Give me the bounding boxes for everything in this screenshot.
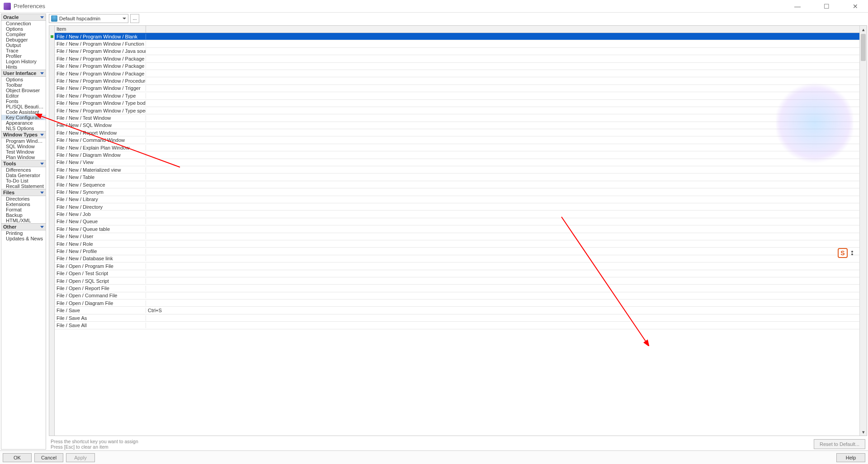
sidebar-item[interactable]: Object Browser	[1, 88, 46, 93]
preset-more-button[interactable]: ...	[130, 14, 139, 23]
table-row[interactable]: File / New / View	[55, 159, 859, 166]
table-row[interactable]: File / New / Program Window / Type body	[55, 100, 859, 107]
sidebar-group-header[interactable]: User Interface	[1, 70, 46, 77]
table-row[interactable]: File / New / Directory	[55, 203, 859, 211]
table-row[interactable]: File / New / Library	[55, 196, 859, 203]
sidebar-item[interactable]: Output	[1, 42, 46, 48]
column-header-item[interactable]: Item	[55, 26, 146, 33]
cell-item: File / Open / Command File	[55, 293, 146, 298]
sidebar-item[interactable]: Plan Window	[1, 155, 46, 160]
sidebar-item[interactable]: Editor	[1, 93, 46, 98]
table-row[interactable]: File / Open / Test Script	[55, 270, 859, 277]
table-row[interactable]: File / New / Diagram Window	[55, 151, 859, 159]
sidebar-group-header[interactable]: Files	[1, 189, 46, 196]
ok-button[interactable]: OK	[3, 453, 32, 462]
table-row[interactable]: File / New / Program Window / Function	[55, 40, 859, 47]
sidebar-item[interactable]: Format	[1, 207, 46, 212]
table-row[interactable]: File / New / Database link	[55, 255, 859, 262]
table-row[interactable]: File / New / Command Window	[55, 136, 859, 144]
sidebar-item[interactable]: Fonts	[1, 98, 46, 104]
table-row[interactable]: File / New / Program Window / Type speci…	[55, 107, 859, 114]
vertical-scrollbar[interactable]: ▴ ▾	[859, 26, 867, 436]
database-icon	[51, 15, 57, 22]
table-row[interactable]: File / New / Table	[55, 173, 859, 181]
close-button[interactable]: ✕	[846, 3, 864, 10]
table-row[interactable]: File / New / Queue	[55, 218, 859, 225]
table-row[interactable]: File / SaveCtrl+S	[55, 307, 859, 314]
table-row[interactable]: File / New / Program Window / Type	[55, 92, 859, 99]
table-row[interactable]: File / Save As	[55, 314, 859, 322]
sidebar-item[interactable]: Data Generator	[1, 173, 46, 178]
table-row[interactable]: File / New / Program Window / Blank	[55, 33, 859, 40]
reset-to-default-button[interactable]: Reset to Default...	[814, 439, 865, 449]
sidebar-item[interactable]: Printing	[1, 230, 46, 236]
table-row[interactable]: File / New / SQL Window	[55, 122, 859, 129]
sidebar-item[interactable]: Backup	[1, 212, 46, 218]
table-row[interactable]: File / New / Program Window / Java sourc…	[55, 48, 859, 55]
sidebar-item[interactable]: Key Configuration	[1, 115, 46, 120]
apply-button[interactable]: Apply	[66, 453, 95, 462]
table-row[interactable]: File / New / Profile	[55, 248, 859, 255]
minimize-button[interactable]: —	[788, 3, 807, 10]
table-row[interactable]: File / New / User	[55, 233, 859, 240]
table-row[interactable]: File / Open / Command File	[55, 292, 859, 300]
sidebar-item[interactable]: Connection	[1, 21, 46, 26]
sidebar-group-header[interactable]: Window Types	[1, 131, 46, 138]
sidebar-item[interactable]: SQL Window	[1, 144, 46, 149]
sidebar-item[interactable]: Options	[1, 77, 46, 82]
table-row[interactable]: File / New / Program Window / Package sp…	[55, 70, 859, 77]
sidebar-item[interactable]: Test Window	[1, 149, 46, 155]
sidebar-item[interactable]: Compiler	[1, 32, 46, 37]
cell-item: File / New / Directory	[55, 204, 146, 210]
table-row[interactable]: File / Open / Program File	[55, 262, 859, 270]
table-row[interactable]: File / Save All	[55, 322, 859, 329]
scroll-down-arrow-icon[interactable]: ▾	[860, 428, 867, 436]
sidebar-item[interactable]: Differences	[1, 167, 46, 173]
row-marker	[49, 253, 54, 261]
sidebar-item[interactable]: PL/SQL Beautifier	[1, 104, 46, 109]
table-row[interactable]: File / New / Program Window / Procedure	[55, 77, 859, 84]
table-row[interactable]: File / New / Role	[55, 240, 859, 248]
sidebar-item[interactable]: Extensions	[1, 202, 46, 207]
table-row[interactable]: File / Open / Diagram File	[55, 300, 859, 307]
table-row[interactable]: File / New / Job	[55, 211, 859, 218]
sidebar-group-header[interactable]: Tools	[1, 160, 46, 167]
sidebar-item[interactable]: To-Do List	[1, 178, 46, 183]
table-row[interactable]: File / New / Report Window	[55, 129, 859, 136]
sidebar-item[interactable]: Directories	[1, 196, 46, 202]
preset-dropdown[interactable]: Default hspcadmin	[49, 14, 128, 23]
table-row[interactable]: File / New / Synonym	[55, 188, 859, 196]
sidebar-item[interactable]: Trace	[1, 48, 46, 53]
cancel-button[interactable]: Cancel	[34, 453, 63, 462]
sidebar-item[interactable]: Code Assistant	[1, 109, 46, 115]
table-row[interactable]: File / New / Program Window / Package bo…	[55, 63, 859, 70]
table-row[interactable]: File / New / Program Window / Trigger	[55, 85, 859, 92]
table-row[interactable]: File / New / Explain Plan Window	[55, 144, 859, 151]
sidebar-group-header[interactable]: Other	[1, 223, 46, 230]
sidebar-item[interactable]: Updates & News	[1, 236, 46, 241]
sidebar-item[interactable]: Profiler	[1, 53, 46, 59]
scroll-up-arrow-icon[interactable]: ▴	[860, 26, 867, 33]
table-row[interactable]: File / Open / SQL Script	[55, 277, 859, 285]
table-row[interactable]: File / New / Queue table	[55, 225, 859, 233]
sidebar-item[interactable]: Toolbar	[1, 82, 46, 88]
sidebar-item[interactable]: Logon History	[1, 59, 46, 64]
sidebar-item[interactable]: Appearance	[1, 120, 46, 126]
sidebar-item[interactable]: Program Window	[1, 138, 46, 144]
sidebar-group-header[interactable]: Oracle	[1, 14, 46, 21]
sidebar-item[interactable]: HTML/XML	[1, 218, 46, 223]
sidebar-item[interactable]: Recall Statement	[1, 183, 46, 189]
column-header-key[interactable]	[146, 26, 859, 33]
sidebar-item[interactable]: Debugger	[1, 37, 46, 42]
sidebar-item[interactable]: NLS Options	[1, 126, 46, 131]
help-button[interactable]: Help	[836, 453, 865, 462]
table-row[interactable]: File / Open / Report File	[55, 285, 859, 292]
sidebar-item[interactable]: Options	[1, 26, 46, 32]
table-row[interactable]: File / New / Materialized view	[55, 166, 859, 173]
scroll-thumb[interactable]	[861, 34, 866, 61]
table-row[interactable]: File / New / Sequence	[55, 181, 859, 188]
table-row[interactable]: File / New / Test Window	[55, 114, 859, 122]
sidebar-item[interactable]: Hints	[1, 64, 46, 70]
table-row[interactable]: File / New / Program Window / Package	[55, 55, 859, 62]
maximize-button[interactable]: ☐	[817, 3, 835, 10]
